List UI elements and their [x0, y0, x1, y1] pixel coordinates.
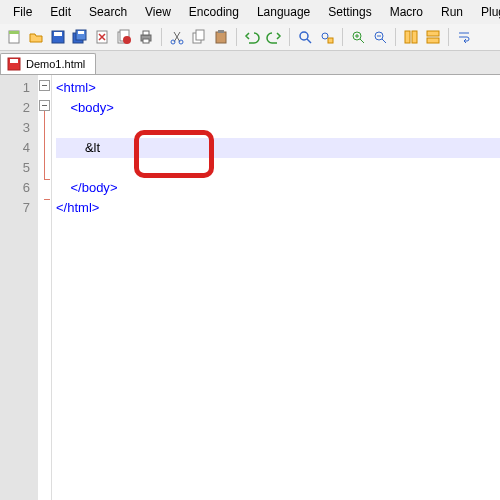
- separator-icon: [289, 28, 290, 46]
- save-icon[interactable]: [48, 27, 68, 47]
- line-number: 6: [0, 178, 30, 198]
- find-icon[interactable]: [295, 27, 315, 47]
- line-number: 4: [0, 138, 30, 158]
- code-line[interactable]: <body>: [56, 98, 500, 118]
- word-wrap-icon[interactable]: [454, 27, 474, 47]
- separator-icon: [342, 28, 343, 46]
- svg-rect-13: [143, 39, 149, 43]
- tab-bar: Demo1.html: [0, 51, 500, 75]
- separator-icon: [161, 28, 162, 46]
- svg-rect-30: [10, 59, 18, 63]
- open-file-icon[interactable]: [26, 27, 46, 47]
- paste-icon[interactable]: [211, 27, 231, 47]
- line-number: 5: [0, 158, 30, 178]
- redo-icon[interactable]: [264, 27, 284, 47]
- svg-rect-25: [405, 31, 410, 43]
- svg-rect-17: [196, 30, 204, 40]
- svg-rect-19: [218, 30, 224, 33]
- code-line[interactable]: [56, 158, 500, 178]
- fold-end-icon: [44, 179, 50, 180]
- fold-end-icon: [44, 199, 50, 200]
- fold-margin[interactable]: [38, 75, 52, 500]
- separator-icon: [448, 28, 449, 46]
- svg-rect-28: [427, 38, 439, 43]
- svg-rect-27: [427, 31, 439, 36]
- line-number: 7: [0, 198, 30, 218]
- close-icon[interactable]: [92, 27, 112, 47]
- menu-run[interactable]: Run: [432, 2, 472, 22]
- svg-rect-3: [54, 32, 62, 36]
- svg-rect-22: [328, 38, 333, 43]
- line-number: 1: [0, 78, 30, 98]
- zoom-out-icon[interactable]: [370, 27, 390, 47]
- menu-file[interactable]: File: [4, 2, 41, 22]
- menu-plugins[interactable]: Plugins: [472, 2, 500, 22]
- cut-icon[interactable]: [167, 27, 187, 47]
- line-gutter: 1 2 3 4 5 6 7: [0, 75, 38, 500]
- code-line-active[interactable]: &lt: [56, 138, 500, 158]
- svg-point-21: [322, 33, 328, 39]
- sync-horizontal-icon[interactable]: [423, 27, 443, 47]
- save-all-icon[interactable]: [70, 27, 90, 47]
- menu-view[interactable]: View: [136, 2, 180, 22]
- tab-label: Demo1.html: [26, 58, 85, 70]
- svg-rect-1: [9, 31, 19, 34]
- svg-rect-6: [78, 31, 84, 34]
- menu-macro[interactable]: Macro: [381, 2, 432, 22]
- separator-icon: [236, 28, 237, 46]
- svg-rect-12: [143, 31, 149, 35]
- print-icon[interactable]: [136, 27, 156, 47]
- zoom-in-icon[interactable]: [348, 27, 368, 47]
- tab-demo1[interactable]: Demo1.html: [0, 53, 96, 74]
- menu-edit[interactable]: Edit: [41, 2, 80, 22]
- fold-toggle-icon[interactable]: [39, 100, 50, 111]
- editor-area: 1 2 3 4 5 6 7 <html> <body> &lt </body> …: [0, 75, 500, 500]
- code-line[interactable]: </body>: [56, 178, 500, 198]
- replace-icon[interactable]: [317, 27, 337, 47]
- menu-bar: File Edit Search View Encoding Language …: [0, 0, 500, 24]
- menu-search[interactable]: Search: [80, 2, 136, 22]
- copy-icon[interactable]: [189, 27, 209, 47]
- close-all-icon[interactable]: [114, 27, 134, 47]
- menu-settings[interactable]: Settings: [319, 2, 380, 22]
- fold-line-icon: [44, 111, 45, 179]
- new-file-icon[interactable]: [4, 27, 24, 47]
- svg-rect-18: [216, 32, 226, 43]
- undo-icon[interactable]: [242, 27, 262, 47]
- toolbar: [0, 24, 500, 51]
- svg-rect-26: [412, 31, 417, 43]
- code-line[interactable]: <html>: [56, 78, 500, 98]
- svg-point-20: [300, 32, 308, 40]
- fold-toggle-icon[interactable]: [39, 80, 50, 91]
- sync-vertical-icon[interactable]: [401, 27, 421, 47]
- file-saved-icon: [7, 57, 21, 71]
- menu-language[interactable]: Language: [248, 2, 319, 22]
- line-number: 2: [0, 98, 30, 118]
- code-line[interactable]: </html>: [56, 198, 500, 218]
- separator-icon: [395, 28, 396, 46]
- code-line[interactable]: [56, 118, 500, 138]
- menu-encoding[interactable]: Encoding: [180, 2, 248, 22]
- code-area[interactable]: <html> <body> &lt </body> </html>: [52, 75, 500, 500]
- svg-point-10: [123, 36, 131, 44]
- line-number: 3: [0, 118, 30, 138]
